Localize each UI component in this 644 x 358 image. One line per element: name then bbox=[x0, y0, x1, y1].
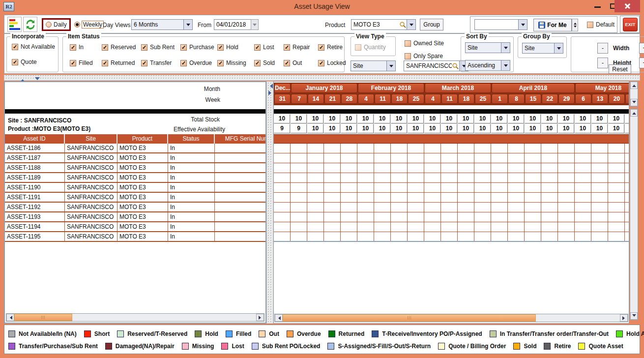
for-me-button[interactable]: For Me bbox=[533, 19, 572, 31]
column-header-status[interactable]: Status bbox=[168, 134, 215, 144]
item-status-checkbox-in[interactable]: ✓In bbox=[70, 44, 84, 51]
week-header-february-2018-18[interactable]: 18 bbox=[391, 94, 408, 104]
site-search-combo[interactable]: SANFRANCISCO bbox=[404, 60, 468, 71]
week-header-february-2018-25[interactable]: 25 bbox=[408, 94, 424, 104]
table-row[interactable]: ASSET-1190SANFRANCISCOMOTO E3In bbox=[5, 183, 266, 193]
table-row[interactable]: ASSET-1194SANFRANCISCOMOTO E3In bbox=[5, 222, 266, 232]
for-me-spinner[interactable] bbox=[572, 19, 578, 31]
month-header-february-2018[interactable]: February 2018 bbox=[358, 83, 424, 93]
item-status-checkbox-overdue[interactable]: ✓Overdue bbox=[180, 60, 212, 66]
item-status-checkbox-filled[interactable]: ✓Filled bbox=[70, 60, 93, 66]
table-row[interactable]: ASSET-1193SANFRANCISCOMOTO E3In bbox=[5, 212, 266, 222]
item-status-checkbox-hold[interactable]: ✓Hold bbox=[217, 44, 238, 51]
week-header-march-2018-25[interactable]: 25 bbox=[475, 94, 491, 104]
item-status-checkbox-purchase[interactable]: ✓Purchase bbox=[180, 44, 214, 51]
scroll-up-icon[interactable] bbox=[630, 82, 638, 89]
week-header-march-2018-18[interactable]: 18 bbox=[458, 94, 474, 104]
scroll-up-icon[interactable] bbox=[630, 109, 638, 117]
table-row[interactable]: ASSET-1191SANFRANCISCOMOTO E3In bbox=[5, 193, 266, 203]
week-header-january-2018-28[interactable]: 28 bbox=[341, 94, 357, 104]
column-header-site[interactable]: Site bbox=[65, 134, 117, 144]
width-plus-button[interactable]: + bbox=[639, 43, 644, 54]
item-status-checkbox-lost[interactable]: ✓Lost bbox=[254, 44, 274, 51]
item-status-checkbox-transfer[interactable]: ✓Transfer bbox=[141, 60, 172, 66]
search-icon[interactable] bbox=[452, 62, 459, 70]
week-header-may-2018-27[interactable]: 27 bbox=[625, 94, 629, 104]
table-row[interactable]: ASSET-1187SANFRANCISCOMOTO E3In bbox=[5, 153, 266, 163]
chevron-down-icon[interactable] bbox=[518, 20, 527, 30]
item-status-checkbox-reserved[interactable]: ✓Reserved bbox=[102, 44, 136, 51]
chevron-down-icon[interactable] bbox=[183, 20, 192, 30]
table-row[interactable]: ASSET-1195SANFRANCISCOMOTO E3In bbox=[5, 232, 266, 242]
sort-by-order-combo[interactable]: Ascending bbox=[465, 60, 510, 71]
default-checkbox[interactable]: Default bbox=[587, 21, 615, 28]
week-header-april-2018-1[interactable]: 1 bbox=[492, 94, 508, 104]
week-header-february-2018-4[interactable]: 4 bbox=[358, 94, 374, 104]
calendar-header-vscrollbar[interactable] bbox=[630, 81, 638, 107]
reset-button[interactable]: Reset bbox=[609, 64, 631, 74]
week-header-january-2018-14[interactable]: 14 bbox=[308, 94, 324, 104]
column-header-product[interactable]: Product bbox=[117, 134, 168, 144]
view-type-site-combo[interactable]: Site bbox=[351, 60, 396, 71]
week-header-dec-31[interactable]: 31 bbox=[274, 94, 291, 104]
week-header-april-2018-22[interactable]: 22 bbox=[542, 94, 558, 104]
column-header-mfg-serial-number[interactable]: MFG Serial Number bbox=[215, 134, 266, 144]
scroll-thumb[interactable] bbox=[14, 314, 72, 321]
item-status-checkbox-locked[interactable]: ✓Locked bbox=[318, 60, 346, 66]
exit-button[interactable]: EXIT bbox=[623, 18, 638, 31]
weekly-radio[interactable]: Weekly bbox=[74, 20, 104, 30]
sort-by-field-combo[interactable]: Site bbox=[465, 42, 510, 53]
month-header-april-2018[interactable]: April 2018 bbox=[492, 83, 575, 93]
asset-list-hscrollbar[interactable] bbox=[6, 313, 264, 322]
item-status-checkbox-repair[interactable]: ✓Repair bbox=[284, 44, 310, 51]
table-row[interactable]: ASSET-1186SANFRANCISCOMOTO E3In bbox=[5, 144, 266, 153]
week-header-february-2018-11[interactable]: 11 bbox=[375, 94, 391, 104]
scroll-left-icon[interactable] bbox=[275, 314, 283, 322]
chevron-down-icon[interactable] bbox=[501, 43, 510, 53]
week-header-april-2018-8[interactable]: 8 bbox=[508, 94, 525, 104]
week-header-january-2018-21[interactable]: 21 bbox=[324, 94, 341, 104]
scroll-right-icon[interactable] bbox=[256, 314, 264, 321]
product-combo[interactable]: MOTO E3 bbox=[351, 19, 416, 30]
item-status-checkbox-retire[interactable]: ✓Retire bbox=[318, 44, 343, 51]
collapse-left-icon[interactable] bbox=[267, 84, 273, 89]
table-row[interactable]: ASSET-1188SANFRANCISCOMOTO E3In bbox=[5, 163, 266, 173]
chevron-down-icon[interactable] bbox=[386, 61, 395, 71]
month-header-dec[interactable]: Dec... bbox=[274, 83, 291, 93]
search-icon[interactable] bbox=[399, 21, 407, 29]
width-minus-button[interactable]: - bbox=[597, 43, 608, 54]
scroll-down-icon[interactable] bbox=[630, 99, 638, 106]
table-row[interactable]: ASSET-1189SANFRANCISCOMOTO E3In bbox=[5, 173, 266, 183]
group-by-field-combo[interactable]: Site bbox=[522, 43, 563, 54]
chevron-down-icon[interactable] bbox=[407, 20, 415, 30]
item-status-checkbox-out[interactable]: ✓Out bbox=[284, 60, 302, 66]
incorporate-checkbox-not-available[interactable]: ✓Not Available bbox=[12, 43, 55, 50]
scroll-left-icon[interactable] bbox=[6, 314, 14, 321]
calendar-body-vscrollbar[interactable] bbox=[630, 109, 638, 320]
owned-site-checkbox[interactable]: Owned Site bbox=[405, 40, 444, 47]
incorporate-checkbox-quote[interactable]: ✓Quote bbox=[12, 59, 55, 65]
height-plus-button[interactable]: + bbox=[639, 58, 644, 68]
height-minus-button[interactable]: - bbox=[597, 58, 608, 68]
duration-combo[interactable]: 6 Months bbox=[131, 19, 193, 30]
week-header-march-2018-11[interactable]: 11 bbox=[441, 94, 458, 104]
week-header-march-2018-4[interactable]: 4 bbox=[425, 94, 441, 104]
item-status-checkbox-returned[interactable]: ✓Returned bbox=[102, 60, 135, 66]
week-header-january-2018-7[interactable]: 7 bbox=[291, 94, 307, 104]
daily-radio[interactable]: Daily bbox=[42, 18, 71, 31]
table-row[interactable]: ASSET-1192SANFRANCISCOMOTO E3In bbox=[5, 203, 266, 212]
chevron-down-icon[interactable] bbox=[501, 60, 510, 70]
month-header-january-2018[interactable]: January 2018 bbox=[291, 83, 357, 93]
date-picker-button[interactable] bbox=[251, 19, 259, 30]
usage-grid[interactable] bbox=[274, 144, 629, 242]
group-button[interactable]: Group bbox=[420, 19, 443, 30]
scroll-track[interactable] bbox=[630, 89, 638, 99]
scroll-track[interactable] bbox=[283, 314, 620, 322]
item-status-checkbox-sub-rent[interactable]: ✓Sub Rent bbox=[141, 44, 175, 51]
saved-view-combo[interactable] bbox=[474, 19, 527, 30]
week-header-may-2018-13[interactable]: 13 bbox=[592, 94, 608, 104]
week-header-may-2018-20[interactable]: 20 bbox=[609, 94, 625, 104]
item-status-checkbox-missing[interactable]: ✓Missing bbox=[217, 60, 246, 66]
month-header-march-2018[interactable]: March 2018 bbox=[425, 83, 491, 93]
refresh-button[interactable] bbox=[23, 17, 37, 32]
